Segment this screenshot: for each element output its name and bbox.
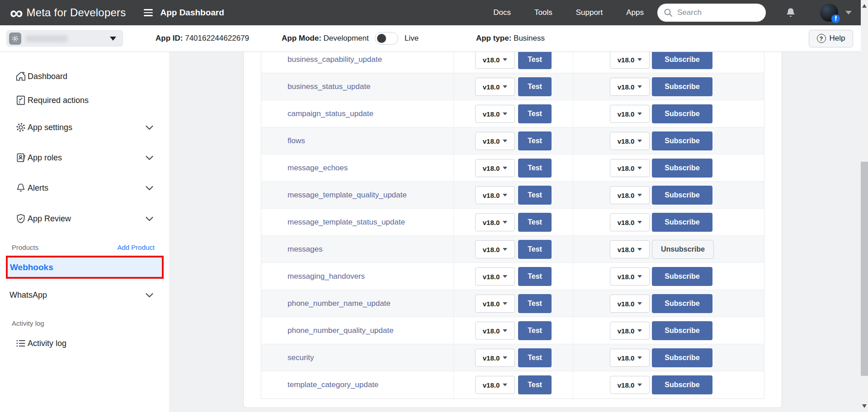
subscribe-button[interactable]: Subscribe (652, 159, 712, 178)
subscribe-button[interactable]: Subscribe (652, 52, 712, 69)
scroll-down-arrow-icon[interactable] (862, 404, 867, 408)
test-version-select[interactable]: v18.0 (475, 295, 515, 313)
webhook-field-link[interactable]: business_status_update (288, 82, 370, 91)
webhook-field-link[interactable]: template_category_update (288, 380, 378, 389)
sidebar-item-app-settings[interactable]: App settings (0, 119, 169, 136)
subscribe-version-select[interactable]: v18.0 (610, 267, 650, 286)
test-button[interactable]: Test (518, 104, 552, 123)
subscribe-button[interactable]: Subscribe (652, 348, 712, 367)
test-button[interactable]: Test (518, 240, 552, 259)
test-button[interactable]: Test (518, 159, 552, 178)
test-version-select[interactable]: v18.0 (475, 213, 515, 231)
page-scrollbar[interactable] (861, 0, 868, 412)
caret-down-icon (637, 275, 642, 278)
test-version-select[interactable]: v18.0 (475, 186, 515, 204)
add-product-link[interactable]: Add Product (117, 243, 155, 251)
subscribe-version-select[interactable]: v18.0 (610, 322, 650, 340)
test-button[interactable]: Test (518, 52, 552, 69)
nav-link-apps[interactable]: Apps (626, 8, 644, 17)
test-button[interactable]: Test (518, 77, 552, 96)
hamburger-menu-icon[interactable] (144, 9, 153, 16)
search-input[interactable] (657, 4, 766, 22)
sidebar-item-activity-log[interactable]: Activity log (0, 335, 169, 351)
test-version-select[interactable]: v18.0 (475, 376, 515, 394)
account-menu-caret-icon[interactable] (845, 11, 852, 14)
webhook-field-link[interactable]: messages (288, 245, 322, 254)
test-version-select[interactable]: v18.0 (475, 132, 515, 150)
webhook-field-link[interactable]: campaign_status_update (288, 109, 373, 118)
webhook-field-link[interactable]: message_template_quality_update (288, 191, 407, 200)
test-button[interactable]: Test (518, 267, 552, 286)
sidebar-item-alerts[interactable]: Alerts (0, 180, 169, 196)
test-version-select[interactable]: v18.0 (475, 267, 515, 286)
subscribe-button[interactable]: Subscribe (652, 104, 712, 123)
subscribe-button[interactable]: Subscribe (652, 131, 712, 150)
test-button[interactable]: Test (518, 375, 552, 394)
webhook-field-link[interactable]: flows (288, 136, 305, 145)
test-button[interactable]: Test (518, 321, 552, 340)
subscribe-version-select[interactable]: v18.0 (610, 78, 650, 96)
test-version-select[interactable]: v18.0 (475, 105, 515, 123)
webhook-field-link[interactable]: phone_number_quality_update (288, 326, 393, 335)
test-version-select[interactable]: v18.0 (475, 159, 515, 177)
webhook-field-link[interactable]: business_capability_update (288, 55, 382, 64)
subscribe-version-select[interactable]: v18.0 (610, 105, 650, 123)
chevron-down-icon (146, 216, 153, 221)
subscribe-version-select[interactable]: v18.0 (610, 52, 650, 69)
sidebar-item-required-actions[interactable]: Required actions (0, 92, 169, 108)
chevron-down-icon (146, 125, 153, 130)
subscribe-version-select[interactable]: v18.0 (610, 213, 650, 231)
meta-infinity-logo-icon: ∞ (10, 6, 22, 19)
nav-link-tools[interactable]: Tools (534, 8, 552, 17)
subscribe-version-select[interactable]: v18.0 (610, 295, 650, 313)
test-button[interactable]: Test (518, 186, 552, 205)
subscribe-version-select[interactable]: v18.0 (610, 349, 650, 367)
test-version-select[interactable]: v18.0 (475, 349, 515, 367)
unsubscribe-button[interactable]: Unsubscribe (652, 240, 714, 259)
subscribe-version-select[interactable]: v18.0 (610, 132, 650, 150)
test-version-select[interactable]: v18.0 (475, 78, 515, 96)
sidebar-item-app-review[interactable]: App Review (0, 211, 169, 227)
app-mode-toggle[interactable] (375, 32, 398, 45)
meta-brand[interactable]: ∞ Meta for Developers (10, 6, 126, 19)
test-button[interactable]: Test (518, 131, 552, 150)
subscribe-version-select[interactable]: v18.0 (610, 159, 650, 177)
webhook-field-link[interactable]: message_template_status_update (288, 218, 405, 227)
subscribe-button[interactable]: Subscribe (652, 77, 712, 96)
subscribe-button[interactable]: Subscribe (652, 186, 712, 205)
sidebar-item-dashboard[interactable]: Dashboard (0, 68, 169, 84)
sidebar-item-whatsapp[interactable]: WhatsApp (0, 287, 169, 303)
notifications-bell-icon[interactable] (785, 7, 797, 19)
app-dashboard-title: App Dashboard (160, 8, 224, 18)
table-row: campaign_status_update v18.0 Test v18.0 … (261, 100, 764, 127)
nav-link-support[interactable]: Support (576, 8, 603, 17)
test-button[interactable]: Test (518, 294, 552, 313)
test-version-select[interactable]: v18.0 (475, 52, 515, 69)
scroll-up-arrow-icon[interactable] (862, 4, 867, 8)
sidebar-item-webhooks[interactable]: Webhooks (8, 258, 162, 277)
webhook-field-link[interactable]: phone_number_name_update (288, 299, 391, 308)
test-version-select[interactable]: v18.0 (475, 322, 515, 340)
subscribe-button[interactable]: Subscribe (652, 267, 712, 286)
app-id: App ID: 740162244622679 (156, 34, 249, 43)
subscribe-button[interactable]: Subscribe (652, 375, 712, 394)
sidebar-item-app-roles[interactable]: App roles (0, 150, 169, 166)
user-avatar[interactable]: f (820, 4, 838, 22)
help-button[interactable]: ? Help (809, 30, 853, 47)
subscribe-button[interactable]: Subscribe (652, 294, 712, 313)
scrollbar-thumb[interactable] (861, 162, 868, 376)
table-row: message_template_status_update v18.0 Tes… (261, 209, 764, 236)
subscribe-version-select[interactable]: v18.0 (610, 240, 650, 258)
test-version-select[interactable]: v18.0 (475, 240, 515, 258)
test-button[interactable]: Test (518, 213, 552, 232)
webhook-field-link[interactable]: security (288, 353, 314, 362)
webhook-field-link[interactable]: messaging_handovers (288, 272, 365, 281)
app-selector-dropdown[interactable] (6, 30, 123, 47)
webhook-field-link[interactable]: message_echoes (288, 164, 348, 173)
subscribe-version-select[interactable]: v18.0 (610, 186, 650, 204)
nav-link-docs[interactable]: Docs (493, 8, 511, 17)
subscribe-button[interactable]: Subscribe (652, 321, 712, 340)
subscribe-button[interactable]: Subscribe (652, 213, 712, 232)
subscribe-version-select[interactable]: v18.0 (610, 376, 650, 394)
test-button[interactable]: Test (518, 348, 552, 367)
